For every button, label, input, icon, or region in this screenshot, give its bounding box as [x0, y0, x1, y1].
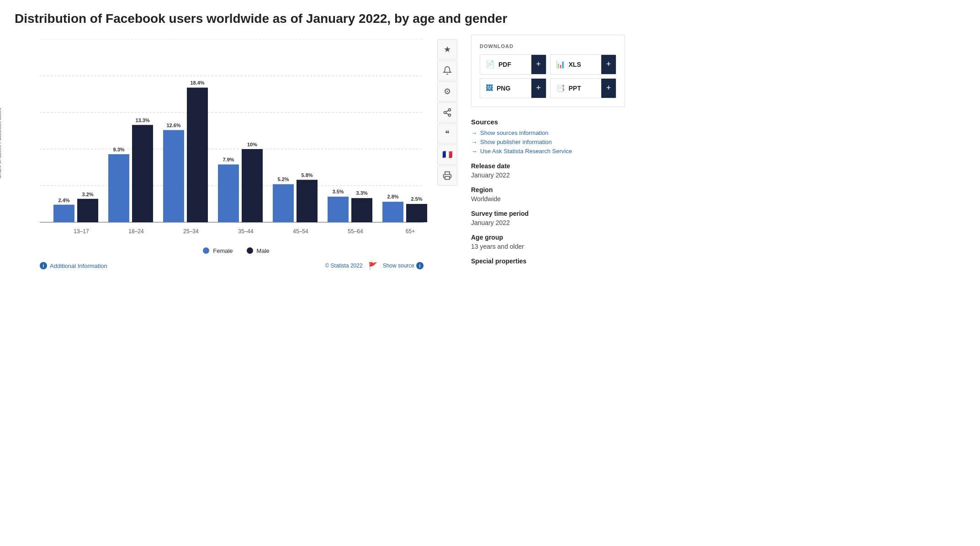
svg-text:13.3%: 13.3% — [135, 118, 149, 123]
png-icon: 🖼 — [486, 84, 493, 92]
svg-rect-34 — [297, 180, 318, 222]
print-button[interactable] — [437, 166, 457, 186]
svg-rect-22 — [163, 130, 184, 222]
release-date-label: Release date — [471, 162, 625, 170]
special-properties-label: Special properties — [471, 257, 625, 265]
svg-text:7.9%: 7.9% — [222, 157, 234, 162]
svg-text:10%: 10% — [247, 142, 257, 147]
bar-chart: 25% 20% 15% 10% 5% 0% 2.4% — [40, 39, 433, 241]
legend-female-label: Female — [213, 247, 233, 254]
svg-rect-44 — [406, 204, 427, 222]
svg-text:3.2%: 3.2% — [82, 192, 93, 197]
copyright-text: © Statista 2022 — [325, 262, 362, 269]
svg-text:45–54: 45–54 — [293, 228, 308, 235]
show-publisher-link[interactable]: → Show publisher information — [471, 139, 625, 146]
legend-female: Female — [203, 247, 233, 254]
settings-button[interactable]: ⚙ — [437, 81, 457, 102]
region-label: Region — [471, 186, 625, 193]
png-label: PNG — [497, 85, 510, 92]
age-group-label: Age group — [471, 234, 625, 241]
survey-period-value: January 2022 — [471, 219, 625, 226]
pdf-label: PDF — [498, 61, 511, 68]
survey-period-label: Survey time period — [471, 210, 625, 217]
svg-rect-12 — [53, 204, 74, 222]
svg-text:12.6%: 12.6% — [166, 123, 180, 128]
png-plus-button[interactable]: + — [531, 79, 546, 98]
flag-button[interactable]: 🇫🇷 — [437, 145, 457, 165]
release-date-value: January 2022 — [471, 171, 625, 179]
legend-male: Male — [247, 247, 270, 254]
svg-line-50 — [446, 113, 449, 114]
svg-rect-42 — [382, 202, 403, 222]
download-title: DOWNLOAD — [480, 43, 616, 49]
pdf-download-button[interactable]: 📄 PDF + — [480, 54, 546, 75]
chart-legend: Female Male — [40, 247, 433, 254]
xls-plus-button[interactable]: + — [601, 55, 616, 74]
sources-block: Sources → Show sources information → Sho… — [471, 118, 625, 155]
xls-download-button[interactable]: 📊 XLS + — [550, 54, 617, 75]
ask-statista-link[interactable]: → Use Ask Statista Research Service — [471, 148, 625, 155]
release-date-block: Release date January 2022 — [471, 162, 625, 179]
additional-info-link[interactable]: i Additional Information — [40, 262, 107, 269]
legend-female-dot — [203, 247, 209, 254]
sources-title: Sources — [471, 118, 625, 126]
survey-period-block: Survey time period January 2022 — [471, 210, 625, 226]
svg-text:9.3%: 9.3% — [113, 147, 124, 152]
svg-text:2.5%: 2.5% — [411, 196, 422, 202]
svg-rect-37 — [328, 197, 349, 222]
svg-rect-17 — [108, 154, 129, 222]
special-properties-block: Special properties — [471, 257, 625, 265]
svg-line-51 — [446, 110, 449, 112]
svg-text:13–17: 13–17 — [74, 228, 89, 235]
show-sources-link[interactable]: → Show sources information — [471, 129, 625, 137]
ppt-plus-button[interactable]: + — [601, 79, 616, 98]
cite-button[interactable]: ❝ — [437, 123, 457, 144]
pdf-plus-button[interactable]: + — [531, 55, 546, 74]
download-section: DOWNLOAD 📄 PDF + 📊 XLS — [471, 35, 625, 107]
svg-text:25–34: 25–34 — [183, 228, 199, 235]
svg-point-48 — [444, 111, 446, 113]
png-download-button[interactable]: 🖼 PNG + — [480, 78, 546, 98]
page-title: Distribution of Facebook users worldwide… — [15, 11, 625, 27]
svg-rect-19 — [132, 125, 153, 222]
source-info-icon: i — [416, 262, 424, 269]
svg-text:5.2%: 5.2% — [277, 177, 289, 182]
svg-rect-24 — [187, 87, 208, 222]
xls-icon: 📊 — [556, 60, 565, 69]
region-block: Region Worldwide — [471, 186, 625, 203]
region-value: Worldwide — [471, 195, 625, 203]
svg-text:65+: 65+ — [406, 228, 415, 235]
svg-text:5.8%: 5.8% — [301, 172, 313, 178]
svg-text:3.3%: 3.3% — [356, 190, 367, 196]
svg-text:2.4%: 2.4% — [58, 198, 69, 203]
svg-rect-14 — [77, 198, 98, 222]
ppt-download-button[interactable]: 📑 PPT + — [550, 78, 617, 98]
legend-male-dot — [247, 247, 253, 254]
svg-text:35–44: 35–44 — [238, 228, 254, 235]
svg-point-49 — [449, 114, 451, 116]
info-section: Sources → Show sources information → Sho… — [471, 118, 625, 265]
bookmark-button[interactable]: ★ — [437, 39, 457, 59]
info-icon: i — [40, 262, 47, 269]
svg-text:3.5%: 3.5% — [332, 189, 344, 194]
age-group-block: Age group 13 years and older — [471, 234, 625, 250]
show-source-link[interactable]: Show source i — [383, 262, 424, 269]
ppt-icon: 📑 — [556, 84, 565, 92]
svg-rect-27 — [218, 164, 239, 222]
xls-label: XLS — [569, 61, 581, 68]
svg-rect-29 — [242, 149, 263, 222]
age-group-value: 13 years and older — [471, 243, 625, 250]
svg-point-47 — [449, 108, 451, 111]
svg-text:18.4%: 18.4% — [190, 80, 204, 86]
download-grid: 📄 PDF + 📊 XLS + — [480, 54, 616, 98]
svg-text:18–24: 18–24 — [128, 228, 144, 235]
svg-text:2.8%: 2.8% — [387, 194, 398, 199]
share-button[interactable] — [437, 102, 457, 123]
svg-rect-39 — [351, 198, 372, 222]
notification-button[interactable] — [437, 60, 457, 80]
y-axis-label: Share of active Facebook users — [0, 97, 2, 189]
right-panel: DOWNLOAD 📄 PDF + 📊 XLS — [457, 35, 625, 272]
svg-rect-52 — [445, 176, 450, 179]
flag-small-icon: 🚩 — [368, 262, 377, 270]
pdf-icon: 📄 — [486, 60, 495, 69]
